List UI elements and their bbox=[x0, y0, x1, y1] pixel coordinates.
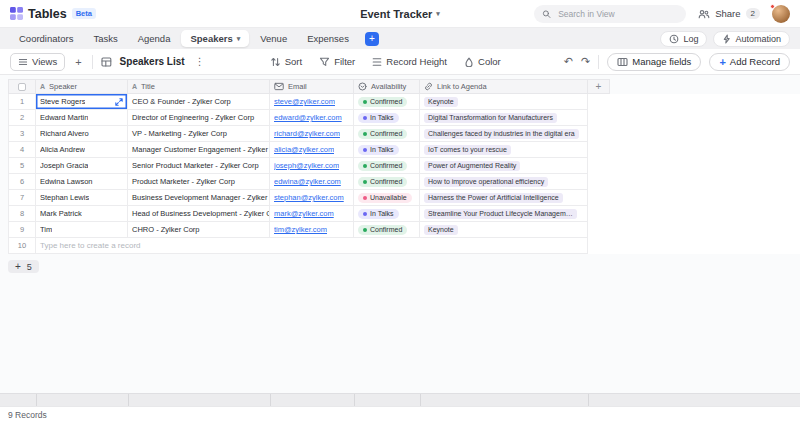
column-header-email[interactable]: Email bbox=[270, 79, 354, 94]
row-number[interactable]: 3 bbox=[8, 126, 36, 142]
availability-cell[interactable]: Confirmed bbox=[354, 174, 420, 190]
agenda-cell[interactable]: Harness the Power of Artificial Intellig… bbox=[420, 190, 588, 206]
availability-cell[interactable]: Confirmed bbox=[354, 94, 420, 110]
add-table-button[interactable]: + bbox=[365, 32, 379, 46]
view-options-menu[interactable]: ⋮ bbox=[193, 56, 207, 67]
speaker-cell[interactable]: Joseph Gracia bbox=[36, 158, 128, 174]
row-number[interactable]: 1 bbox=[8, 94, 36, 110]
email-link[interactable]: tim@zylker.com bbox=[274, 225, 327, 234]
agenda-cell[interactable]: How to improve operational efficiency bbox=[420, 174, 588, 190]
column-header-speaker[interactable]: A Speaker bbox=[36, 79, 128, 94]
add-column-button[interactable]: + bbox=[588, 79, 610, 94]
speaker-cell[interactable]: Edward Martin bbox=[36, 110, 128, 126]
email-link[interactable]: edward@zylker.com bbox=[274, 113, 342, 122]
view-name[interactable]: Speakers List bbox=[120, 56, 185, 67]
title-cell[interactable]: Head of Business Development - Zylker Co… bbox=[128, 206, 270, 222]
availability-cell[interactable]: In Talks bbox=[354, 110, 420, 126]
agenda-cell[interactable]: Digital Transformation for Manufacturers bbox=[420, 110, 588, 126]
tab-expenses[interactable]: Expenses bbox=[298, 30, 358, 47]
agenda-cell[interactable]: Challenges faced by industries in the di… bbox=[420, 126, 588, 142]
title-cell[interactable]: VP - Marketing - Zylker Corp bbox=[128, 126, 270, 142]
title-cell[interactable]: Director of Engineering - Zylker Corp bbox=[128, 110, 270, 126]
availability-cell[interactable]: Confirmed bbox=[354, 158, 420, 174]
expand-record-icon[interactable] bbox=[115, 98, 123, 106]
row-number[interactable]: 5 bbox=[8, 158, 36, 174]
row-number[interactable]: 8 bbox=[8, 206, 36, 222]
speaker-cell[interactable]: Alicia Andrew bbox=[36, 142, 128, 158]
email-link[interactable]: mark@zylker.com bbox=[274, 209, 334, 218]
automation-button[interactable]: Automation bbox=[713, 31, 790, 47]
add-multiple-records-button[interactable]: + 5 bbox=[8, 260, 39, 273]
email-link[interactable]: stephan@zylker.com bbox=[274, 193, 344, 202]
email-cell[interactable]: edwina@zylker.com bbox=[270, 174, 354, 190]
add-record-button[interactable]: + Add Record bbox=[709, 53, 790, 71]
agenda-cell[interactable]: Streamline Your Product Lifecycle Manage… bbox=[420, 206, 588, 222]
undo-button[interactable]: ↶ bbox=[564, 56, 573, 67]
title-cell[interactable]: Senior Product Marketer - Zylker Corp bbox=[128, 158, 270, 174]
row-number[interactable]: 4 bbox=[8, 142, 36, 158]
email-cell[interactable]: mark@zylker.com bbox=[270, 206, 354, 222]
column-header-availability[interactable]: Availability bbox=[354, 79, 420, 94]
agenda-cell[interactable]: Power of Augmented Reality bbox=[420, 158, 588, 174]
row-number[interactable]: 6 bbox=[8, 174, 36, 190]
title-cell[interactable]: CHRO - Zylker Corp bbox=[128, 222, 270, 238]
title-cell[interactable]: Product Marketer - Zylker Corp bbox=[128, 174, 270, 190]
speaker-cell[interactable]: Stephan Lewis bbox=[36, 190, 128, 206]
agenda-cell[interactable]: Keynote bbox=[420, 222, 588, 238]
search-input[interactable] bbox=[556, 8, 678, 20]
speaker-cell[interactable]: Richard Alvero bbox=[36, 126, 128, 142]
email-link[interactable]: joseph@zylker.com bbox=[274, 161, 339, 170]
row-number[interactable]: 2 bbox=[8, 110, 36, 126]
search-box[interactable] bbox=[534, 5, 686, 23]
tab-tasks[interactable]: Tasks bbox=[84, 30, 126, 47]
email-cell[interactable]: stephan@zylker.com bbox=[270, 190, 354, 206]
tab-agenda[interactable]: Agenda bbox=[129, 30, 180, 47]
tab-venue[interactable]: Venue bbox=[251, 30, 296, 47]
workspace-title[interactable]: Event Tracker ▾ bbox=[360, 8, 440, 20]
avatar[interactable] bbox=[772, 5, 790, 23]
sort-button[interactable]: Sort bbox=[270, 56, 302, 67]
column-header-link-to-agenda[interactable]: Link to Agenda bbox=[420, 79, 588, 94]
color-button[interactable]: Color bbox=[464, 56, 501, 67]
app-brand[interactable]: Tables Beta bbox=[10, 7, 96, 21]
email-link[interactable]: alicia@zylker.com bbox=[274, 145, 334, 154]
email-cell[interactable]: alicia@zylker.com bbox=[270, 142, 354, 158]
record-height-button[interactable]: Record Height bbox=[372, 56, 447, 67]
email-cell[interactable]: joseph@zylker.com bbox=[270, 158, 354, 174]
availability-cell[interactable]: Unavailable bbox=[354, 190, 420, 206]
agenda-cell[interactable]: IoT comes to your rescue bbox=[420, 142, 588, 158]
row-number[interactable]: 7 bbox=[8, 190, 36, 206]
availability-cell[interactable]: Confirmed bbox=[354, 222, 420, 238]
email-link[interactable]: steve@zylker.com bbox=[274, 97, 335, 106]
row-number[interactable]: 9 bbox=[8, 222, 36, 238]
title-cell[interactable]: Manager Customer Engagement - Zylker Cor… bbox=[128, 142, 270, 158]
add-rows-count[interactable]: 5 bbox=[27, 262, 32, 272]
agenda-cell[interactable]: Keynote bbox=[420, 94, 588, 110]
select-all-checkbox[interactable] bbox=[18, 83, 26, 91]
availability-cell[interactable]: In Talks bbox=[354, 206, 420, 222]
log-button[interactable]: Log bbox=[660, 31, 707, 47]
speaker-cell[interactable]: Edwina Lawson bbox=[36, 174, 128, 190]
add-view-button[interactable]: + bbox=[73, 56, 83, 68]
tab-speakers[interactable]: Speakers ▾ bbox=[181, 30, 249, 47]
availability-cell[interactable]: In Talks bbox=[354, 142, 420, 158]
email-link[interactable]: edwina@zylker.com bbox=[274, 177, 341, 186]
email-cell[interactable]: edward@zylker.com bbox=[270, 110, 354, 126]
availability-cell[interactable]: Confirmed bbox=[354, 126, 420, 142]
manage-fields-button[interactable]: Manage fields bbox=[607, 53, 701, 71]
speaker-cell[interactable]: Mark Patrick bbox=[36, 206, 128, 222]
new-record-placeholder[interactable]: Type here to create a record bbox=[36, 238, 588, 254]
filter-button[interactable]: Filter bbox=[319, 56, 355, 67]
title-cell[interactable]: CEO & Founder - Zylker Corp bbox=[128, 94, 270, 110]
email-cell[interactable]: steve@zylker.com bbox=[270, 94, 354, 110]
column-header-title[interactable]: A Title bbox=[128, 79, 270, 94]
share-button[interactable]: Share 2 bbox=[698, 8, 760, 19]
select-all-cell[interactable] bbox=[8, 79, 36, 94]
email-cell[interactable]: richard@zylker.com bbox=[270, 126, 354, 142]
email-cell[interactable]: tim@zylker.com bbox=[270, 222, 354, 238]
speaker-cell[interactable]: Tim bbox=[36, 222, 128, 238]
title-cell[interactable]: Business Development Manager - Zylker Co… bbox=[128, 190, 270, 206]
new-record-row[interactable]: 10 Type here to create a record bbox=[8, 238, 800, 254]
speaker-cell[interactable]: Steve Rogers bbox=[36, 94, 128, 110]
views-button[interactable]: Views bbox=[10, 53, 65, 71]
